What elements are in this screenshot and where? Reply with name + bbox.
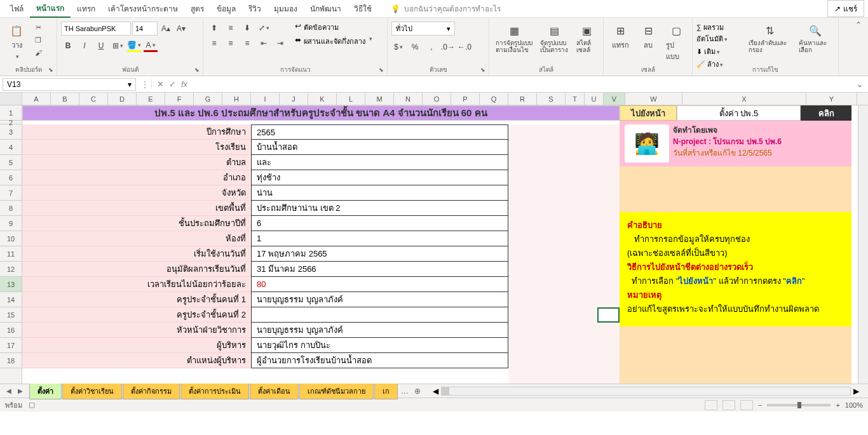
delete-cells-button[interactable]: ⊟ ลบ (635, 22, 661, 52)
column-header-R[interactable]: R (508, 93, 537, 105)
row-header-16[interactable]: 16 (0, 323, 22, 338)
setting-pp5-cell[interactable]: ตั้งค่า ปพ.5 (677, 105, 801, 121)
number-launcher[interactable]: ⬊ (479, 66, 487, 74)
tab-formulas[interactable]: สูตร (184, 0, 210, 17)
add-sheet-button[interactable]: ⊕ (411, 387, 424, 396)
tab-pagelayout[interactable]: เค้าโครงหน้ากระดาษ (102, 0, 184, 17)
sheet-tab[interactable]: ตั้งค่าเดือน (250, 383, 299, 399)
formula-input[interactable] (193, 80, 846, 89)
tab-file[interactable]: ไฟล์ (4, 0, 30, 17)
italic-button[interactable]: I (78, 39, 92, 52)
row-header-17[interactable]: 17 (0, 338, 22, 353)
goto-page-button[interactable]: ไปยังหน้า (620, 105, 677, 121)
column-header-N[interactable]: N (394, 93, 423, 105)
row-header-5[interactable]: 5 (0, 155, 22, 170)
tab-developer[interactable]: นักพัฒนา (304, 0, 348, 17)
column-header-H[interactable]: H (222, 93, 251, 105)
sort-filter-button[interactable]: ⇅ เรียงลำดับและกรอง (746, 22, 793, 55)
number-format-select[interactable]: ทั่วไป▾ (391, 22, 455, 36)
decrease-font-button[interactable]: A▾ (174, 22, 188, 35)
alignment-launcher[interactable]: ⬊ (377, 66, 385, 74)
font-launcher[interactable]: ⬊ (193, 66, 201, 74)
font-name-select[interactable] (61, 22, 131, 36)
horizontal-scrollbar[interactable]: ◀ ▶ (424, 387, 868, 396)
sheet-tab[interactable]: เก (374, 383, 398, 399)
form-value[interactable]: 31 มีนาคม 2566 (251, 262, 508, 277)
comma-button[interactable]: , (424, 41, 438, 53)
clipboard-launcher[interactable]: ⬊ (47, 66, 55, 74)
sheet-tab[interactable]: ตั้งค่า (29, 383, 62, 399)
tab-insert[interactable]: แทรก (71, 0, 102, 17)
form-value[interactable]: 6 (251, 216, 508, 231)
decrease-decimal-button[interactable]: ←.0 (458, 41, 471, 53)
form-value[interactable]: และ (251, 155, 508, 170)
click-button[interactable]: คลิก (801, 105, 851, 121)
column-header-E[interactable]: E (137, 93, 165, 105)
normal-view-button[interactable] (705, 400, 717, 410)
column-header-C[interactable]: C (79, 93, 108, 105)
bold-button[interactable]: B (61, 39, 75, 52)
form-value[interactable]: 2565 (251, 124, 508, 140)
form-value[interactable]: น่าน (251, 185, 508, 201)
column-header-I[interactable]: I (251, 93, 280, 105)
cells-area[interactable]: ปพ.5 และ ปพ.6 ประถมศึกษาสำหรับครูประจำชั… (22, 105, 868, 384)
conditional-format-button[interactable]: ▦ การจัดรูปแบบตามเงื่อนไข (493, 22, 535, 55)
row-header-9[interactable]: 9 (0, 216, 22, 231)
column-header-D[interactable]: D (108, 93, 137, 105)
tab-data[interactable]: ข้อมูล (210, 0, 242, 17)
tab-help[interactable]: วิธีใช้ (348, 0, 378, 17)
row-header-11[interactable]: 11 (0, 246, 22, 262)
name-box[interactable]: V13▾ (3, 78, 136, 91)
form-value[interactable] (251, 307, 508, 323)
column-header-S[interactable]: S (537, 93, 566, 105)
paste-button[interactable]: 📋 วาง (4, 22, 29, 61)
column-header-X[interactable]: X (682, 93, 806, 105)
row-header-8[interactable]: 8 (0, 201, 22, 216)
column-header-W[interactable]: W (625, 93, 682, 105)
align-top-button[interactable]: ⬆ (207, 22, 221, 34)
sheet-tab[interactable]: ตั้งค่าวิชาเรียน (62, 383, 122, 399)
sheet-tab[interactable]: ตั้งค่ากิจกรรม (123, 383, 180, 399)
column-header-G[interactable]: G (194, 93, 222, 105)
increase-indent-button[interactable]: ⇥ (273, 37, 287, 50)
row-header-12[interactable]: 12 (0, 262, 22, 277)
column-header-Y[interactable]: Y (806, 93, 857, 105)
cell-styles-button[interactable]: ▣ สไตล์เซลล์ (574, 22, 599, 55)
cancel-icon[interactable]: ✕ (157, 79, 164, 89)
column-header-K[interactable]: K (308, 93, 337, 105)
row-header-3[interactable]: 3 (0, 124, 22, 140)
format-table-button[interactable]: ▤ จัดรูปแบบเป็นตาราง (538, 22, 571, 55)
align-middle-button[interactable]: ≡ (224, 22, 238, 34)
page-break-view-button[interactable] (740, 400, 753, 410)
row-header-15[interactable]: 15 (0, 307, 22, 323)
tab-home[interactable]: หน้าแรก (30, 0, 71, 18)
copy-button[interactable]: ❐ (32, 34, 44, 46)
column-header-U[interactable]: U (585, 93, 604, 105)
column-header-F[interactable]: F (165, 93, 194, 105)
accounting-button[interactable]: $ (391, 41, 405, 53)
sheet-tab[interactable]: เกณฑ์ดัชนีมวลกาย (299, 383, 374, 399)
merge-center-button[interactable]: ⬌ ผสานและจัดกึ่งกลาง (295, 36, 372, 47)
form-value[interactable]: นายวุฒิไกร กาบปินะ (251, 338, 508, 353)
increase-decimal-button[interactable]: .0→ (441, 41, 455, 53)
find-select-button[interactable]: 🔍 ค้นหาและเลือก (796, 22, 835, 55)
increase-font-button[interactable]: A▴ (159, 22, 173, 35)
form-value[interactable]: ประถมศึกษาน่าน เขต 2 (251, 201, 508, 216)
tell-me-box[interactable]: 💡 บอกฉันว่าคุณต้องการทำอะไร (391, 3, 501, 15)
sheet-nav-first[interactable]: ◀ (4, 387, 14, 394)
zoom-out-button[interactable]: − (758, 401, 762, 409)
macro-record-icon[interactable]: ▢ (29, 401, 35, 409)
tab-review[interactable]: รีวิว (242, 0, 268, 17)
column-header-L[interactable]: L (337, 93, 365, 105)
percent-button[interactable]: % (408, 41, 422, 53)
sheet-tab[interactable]: ตั้งค่าการประเมิน (180, 383, 249, 399)
decrease-indent-button[interactable]: ⇤ (257, 37, 271, 50)
insert-cells-button[interactable]: ⊞ แทรก (607, 22, 633, 52)
row-header-6[interactable]: 6 (0, 170, 22, 185)
expand-formula-button[interactable]: ⌄ (851, 80, 868, 89)
align-center-button[interactable]: ≡ (224, 37, 238, 50)
column-header-M[interactable]: M (365, 93, 394, 105)
zoom-in-button[interactable]: + (836, 401, 839, 409)
fx-icon[interactable]: fx (181, 79, 187, 89)
column-header-O[interactable]: O (423, 93, 451, 105)
